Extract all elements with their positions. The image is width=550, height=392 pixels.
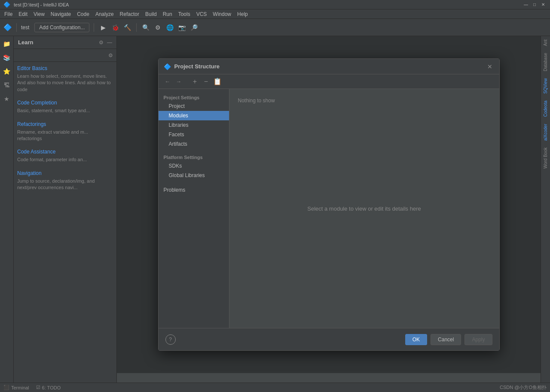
menu-view[interactable]: View	[31, 10, 47, 18]
nothing-to-show-label: Nothing to show	[238, 98, 275, 104]
dialog-overlay: 🔷 Project Structure ✕ ← → + − 📋	[117, 36, 541, 373]
learn-panel: Learn ⚙ — ⚙ Editor Basics Learn how to s…	[14, 36, 117, 383]
title-bar: 🔷 test [D:\test] - IntelliJ IDEA — □ ✕	[0, 0, 550, 9]
dialog-toolbar: ← → + − 📋	[159, 74, 499, 89]
help-button[interactable]: ?	[165, 334, 176, 345]
learn-item-navigation-desc: Jump to source, declaration/img, and nex…	[17, 178, 113, 191]
settings-icon[interactable]: ⚙	[153, 23, 162, 32]
menu-navigate[interactable]: Navigate	[48, 10, 73, 18]
menu-refactor[interactable]: Refactor	[117, 10, 142, 18]
bottom-bar: ⬛ Terminal ☑ 6: TODO CSDN @小方O鱼相扑	[0, 383, 550, 392]
learn-item-editor-basics-desc: Learn how to select, comment, move lines…	[17, 73, 113, 93]
sidebar-favorites-icon[interactable]: ★	[1, 93, 13, 105]
ok-button[interactable]: OK	[405, 334, 427, 345]
footer-buttons: OK Cancel Apply	[405, 334, 492, 345]
dialog-copy-button[interactable]: 📋	[213, 77, 222, 86]
learn-item-refactorings: Refactorings Rename, extract variable an…	[17, 121, 113, 142]
nav-item-libraries[interactable]: Libraries	[159, 120, 229, 130]
sqview-panel-tab[interactable]: SQView	[542, 75, 549, 97]
dialog-right-content: Nothing to show Select a module to view …	[229, 89, 499, 328]
menu-run[interactable]: Run	[160, 10, 175, 18]
title-bar-left: 🔷 test [D:\test] - IntelliJ IDEA	[3, 1, 69, 8]
nav-item-sdks[interactable]: SDKs	[159, 161, 229, 171]
nav-item-modules[interactable]: Modules	[159, 111, 229, 120]
learn-item-code-assistance-title[interactable]: Code Assistance	[17, 149, 113, 155]
apply-button[interactable]: Apply	[464, 334, 492, 345]
nav-item-project[interactable]: Project	[159, 101, 229, 111]
learn-item-editor-basics-title[interactable]: Editor Basics	[17, 65, 113, 71]
menu-tools[interactable]: Tools	[176, 10, 193, 18]
dialog-close-button[interactable]: ✕	[486, 62, 494, 71]
dialog-title-icon: 🔷	[164, 63, 171, 70]
menu-analyze[interactable]: Analyze	[93, 10, 116, 18]
todo-label: 6: TODO	[42, 385, 61, 390]
dialog-add-button[interactable]: +	[190, 77, 200, 86]
toolbar: 🔷 test Add Configuration... ▶ 🐞 🔨 🔍 ⚙ 🌐 …	[0, 19, 550, 36]
learn-panel-header: Learn ⚙ —	[14, 36, 116, 49]
project-name-label: test	[21, 24, 29, 31]
learn-item-code-assistance-desc: Code format, parameter info an...	[17, 156, 113, 163]
sidebar-structure-icon[interactable]: 🏗	[1, 79, 13, 91]
cancel-button[interactable]: Cancel	[431, 334, 461, 345]
dialog-forward-button[interactable]: →	[174, 77, 183, 86]
bottom-right-info: CSDN @小方O鱼相扑	[500, 384, 547, 391]
terminal-tab[interactable]: ⬛ Terminal	[3, 385, 29, 390]
dialog-title-bar: 🔷 Project Structure ✕	[159, 59, 499, 74]
select-module-label: Select a module to view or edit its deta…	[307, 205, 421, 212]
search-everywhere-icon[interactable]: 🔎	[189, 23, 199, 32]
dialog-title-text: Project Structure	[174, 63, 482, 70]
dialog-back-button[interactable]: ←	[163, 77, 172, 86]
learn-settings-icon[interactable]: ⚙	[99, 40, 104, 46]
project-structure-dialog: 🔷 Project Structure ✕ ← → + − 📋	[158, 58, 500, 351]
camera-icon[interactable]: 📷	[177, 23, 186, 32]
sidebar-bookmark-icon[interactable]: ⭐	[1, 65, 13, 77]
toolbar-separator-3	[136, 23, 137, 32]
app-icon: 🔷	[3, 1, 10, 8]
aicoder-panel-tab[interactable]: aiXcoder	[542, 120, 549, 144]
nav-item-artifacts[interactable]: Artifacts	[159, 139, 229, 149]
learn-item-code-assistance: Code Assistance Code format, parameter i…	[17, 149, 113, 163]
wordbook-panel-tab[interactable]: Word Book	[542, 144, 549, 172]
menu-vcs[interactable]: VCS	[194, 10, 210, 18]
menu-file[interactable]: File	[2, 10, 15, 18]
close-button[interactable]: ✕	[540, 1, 547, 8]
nav-item-global-libraries[interactable]: Global Libraries	[159, 171, 229, 180]
learn-item-editor-basics: Editor Basics Learn how to select, comme…	[17, 65, 113, 93]
learn-item-navigation-title[interactable]: Navigation	[17, 170, 113, 176]
learn-content: Editor Basics Learn how to select, comme…	[14, 62, 116, 383]
debug-button[interactable]: 🐞	[110, 23, 120, 32]
menu-help[interactable]: Help	[235, 10, 251, 18]
sidebar-learn-icon[interactable]: 📚	[1, 52, 13, 64]
menu-code[interactable]: Code	[74, 10, 92, 18]
codeota-panel-tab[interactable]: Codeota	[542, 97, 549, 120]
minimize-button[interactable]: —	[522, 1, 529, 8]
build-button[interactable]: 🔨	[122, 23, 132, 32]
add-configuration-button[interactable]: Add Configuration...	[34, 23, 89, 32]
todo-icon: ☑	[36, 385, 40, 390]
translate-icon[interactable]: 🌐	[165, 23, 174, 32]
toolbar-separator-1	[16, 23, 17, 32]
maximize-button[interactable]: □	[531, 1, 538, 8]
dialog-remove-button[interactable]: −	[202, 77, 211, 86]
menu-build[interactable]: Build	[143, 10, 159, 18]
learn-panel-config-icon[interactable]: ⚙	[108, 52, 113, 58]
run-button[interactable]: ▶	[98, 23, 108, 32]
title-bar-controls: — □ ✕	[522, 1, 547, 8]
learn-item-code-completion-desc: Basic, statement, smart type and...	[17, 107, 113, 114]
menu-window[interactable]: Window	[210, 10, 234, 18]
dialog-body: Project Settings Project Modules Librari…	[159, 89, 499, 328]
title-bar-title: test [D:\test] - IntelliJ IDEA	[14, 2, 69, 7]
database-panel-tab[interactable]: Database	[542, 49, 549, 75]
nav-item-problems[interactable]: Problems	[159, 185, 229, 195]
todo-tab[interactable]: ☑ 6: TODO	[36, 385, 61, 390]
nav-item-facets[interactable]: Facets	[159, 130, 229, 139]
platform-settings-header: Platform Settings	[159, 152, 229, 161]
intellij-logo: 🔷	[3, 23, 12, 31]
find-icon[interactable]: 🔍	[141, 23, 150, 32]
menu-edit[interactable]: Edit	[16, 10, 30, 18]
sidebar-project-icon[interactable]: 📁	[1, 38, 13, 50]
learn-item-code-completion-title[interactable]: Code Completion	[17, 100, 113, 106]
ant-panel-tab[interactable]: Ant	[542, 36, 549, 49]
learn-minimize-icon[interactable]: —	[107, 40, 112, 46]
learn-item-refactorings-title[interactable]: Refactorings	[17, 121, 113, 127]
